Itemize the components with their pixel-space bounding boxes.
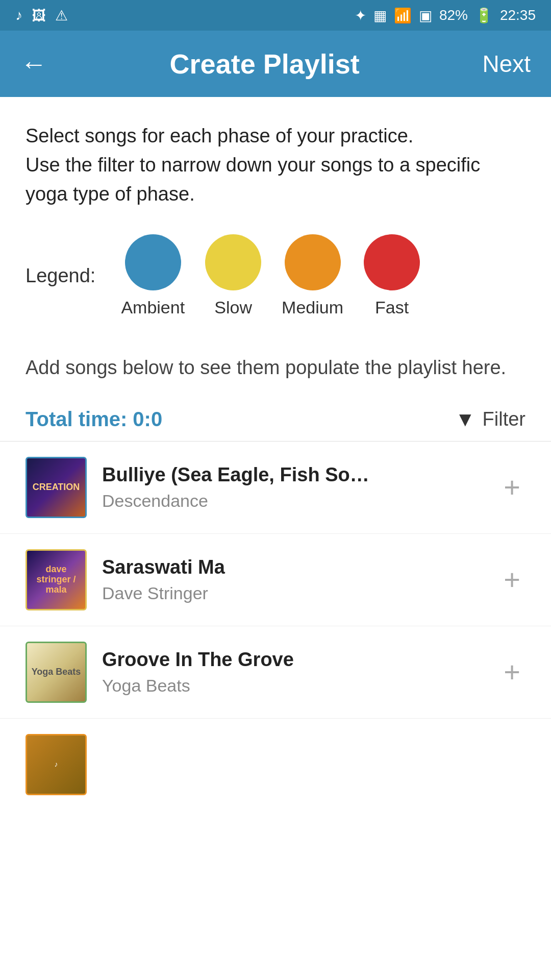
- song-artwork-2: dave stringer / mala: [26, 549, 87, 610]
- app-header: ← Create Playlist Next: [0, 31, 551, 97]
- instruction-line2: Use the filter to narrow down your songs…: [26, 154, 480, 205]
- filter-button[interactable]: ▼ Filter: [455, 408, 525, 431]
- song-info-1: Bulliye (Sea Eagle, Fish So… Descendance: [102, 464, 498, 511]
- artwork-text-1: CREATION: [29, 478, 84, 497]
- battery-percent: 82%: [439, 7, 468, 23]
- ambient-label: Ambient: [121, 298, 185, 317]
- song-artist-1: Descendance: [102, 491, 498, 511]
- song-list: CREATION Bulliye (Sea Eagle, Fish So… De…: [0, 442, 551, 795]
- medium-label: Medium: [282, 298, 343, 317]
- add-song-button-1[interactable]: +: [498, 468, 525, 507]
- alert-icon: ⚠: [55, 7, 68, 24]
- main-content: Select songs for each phase of your prac…: [0, 97, 551, 980]
- song-info-2: Saraswati Ma Dave Stringer: [102, 556, 498, 603]
- toolbar-row: Total time: 0:0 ▼ Filter: [0, 393, 551, 441]
- fast-circle: [364, 234, 420, 290]
- song-info-3: Groove In The Grove Yoga Beats: [102, 649, 498, 696]
- legend-item-slow: Slow: [205, 234, 261, 317]
- instruction-line1: Select songs for each phase of your prac…: [26, 125, 413, 146]
- page-title: Create Playlist: [47, 48, 482, 80]
- add-songs-note: Add songs below to see them populate the…: [0, 338, 551, 393]
- song-artwork-1: CREATION: [26, 457, 87, 518]
- legend-item-ambient: Ambient: [121, 234, 185, 317]
- back-button[interactable]: ←: [20, 48, 47, 79]
- song-artist-3: Yoga Beats: [102, 676, 498, 696]
- music-icon: ♪: [15, 7, 22, 23]
- legend-item-fast: Fast: [364, 234, 420, 317]
- add-song-button-2[interactable]: +: [498, 560, 525, 599]
- fast-label: Fast: [375, 298, 409, 317]
- battery-icon: 🔋: [475, 7, 493, 24]
- song-artwork-partial: ♪: [26, 734, 87, 795]
- bluetooth-icon: ✦: [355, 7, 366, 24]
- song-title-1: Bulliye (Sea Eagle, Fish So…: [102, 464, 498, 486]
- image-icon: 🖼: [32, 7, 46, 24]
- song-title-2: Saraswati Ma: [102, 556, 498, 578]
- legend-items: Ambient Slow Medium Fast: [121, 234, 420, 317]
- legend-label: Legend:: [26, 265, 95, 287]
- filter-icon: ▼: [455, 408, 475, 431]
- filter-label: Filter: [483, 408, 525, 430]
- song-title-3: Groove In The Grove: [102, 649, 498, 671]
- song-item-2: dave stringer / mala Saraswati Ma Dave S…: [0, 534, 551, 626]
- total-time: Total time: 0:0: [26, 408, 162, 431]
- artwork-text-2: dave stringer / mala: [27, 560, 85, 599]
- song-item-1: CREATION Bulliye (Sea Eagle, Fish So… De…: [0, 442, 551, 534]
- wifi-icon: 📶: [394, 7, 412, 24]
- legend-section: Legend: Ambient Slow Medium Fast: [0, 224, 551, 338]
- song-artwork-3: Yoga Beats: [26, 642, 87, 703]
- artwork-text-partial: ♪: [51, 756, 62, 772]
- legend-item-medium: Medium: [282, 234, 343, 317]
- slow-label: Slow: [214, 298, 252, 317]
- add-song-button-3[interactable]: +: [498, 653, 525, 692]
- sd-icon: ▣: [419, 7, 432, 24]
- status-right-info: ✦ ▦ 📶 ▣ 82% 🔋 22:35: [355, 7, 536, 24]
- medium-circle: [285, 234, 341, 290]
- time-display: 22:35: [500, 7, 536, 23]
- song-item-3: Yoga Beats Groove In The Grove Yoga Beat…: [0, 626, 551, 719]
- song-artist-2: Dave Stringer: [102, 583, 498, 603]
- slow-circle: [205, 234, 261, 290]
- instructions-text: Select songs for each phase of your prac…: [0, 97, 551, 224]
- vibrate-icon: ▦: [373, 7, 387, 24]
- status-left-icons: ♪ 🖼 ⚠: [15, 7, 68, 24]
- next-button[interactable]: Next: [482, 50, 531, 78]
- song-item-partial: ♪: [0, 719, 551, 795]
- ambient-circle: [125, 234, 181, 290]
- artwork-text-3: Yoga Beats: [28, 663, 85, 681]
- status-bar: ♪ 🖼 ⚠ ✦ ▦ 📶 ▣ 82% 🔋 22:35: [0, 0, 551, 31]
